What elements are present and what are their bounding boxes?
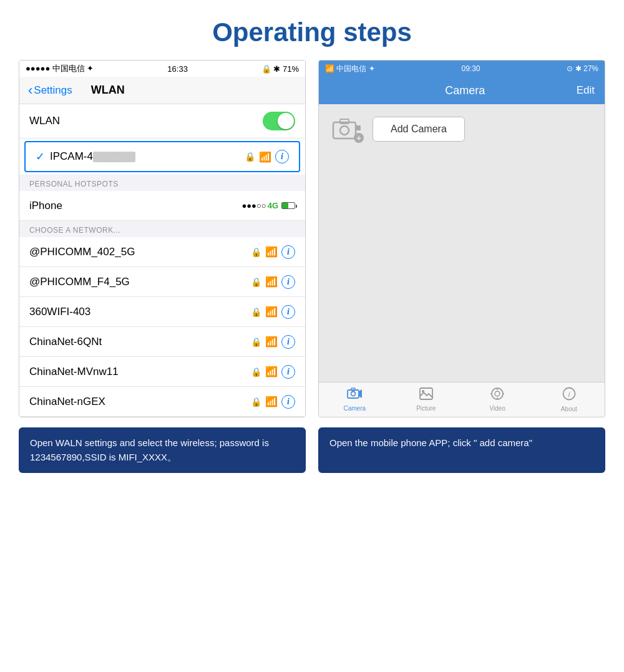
settings-list: WLAN ✓ IPCAM-4XXXXXX 🔒 📶 i PERSONAL HOTS… xyxy=(19,104,305,417)
lock-icon-4: 🔒 xyxy=(251,367,261,377)
network-name-2: 360WIFI-403 xyxy=(29,306,251,318)
info-icon[interactable]: i xyxy=(275,150,289,163)
network-icons-2: 🔒 📶 i xyxy=(251,305,295,319)
connected-network-row[interactable]: ✓ IPCAM-4XXXXXX 🔒 📶 i xyxy=(24,141,300,172)
network-icons-5: 🔒 📶 i xyxy=(251,395,295,409)
wifi-icon-4: 📶 xyxy=(265,366,278,377)
info-icon-0[interactable]: i xyxy=(281,245,295,259)
svg-point-11 xyxy=(495,391,500,396)
caption-boxes: Open WALN settings and select the wirele… xyxy=(0,417,624,473)
tab-bar: Camera Picture xyxy=(319,382,605,417)
status-bar-left: ●●●●● 中国电信 ✦ 16:33 🔒 ✱ 71% xyxy=(19,61,305,77)
checkmark-icon: ✓ xyxy=(36,150,45,163)
right-phone: 📶 中国电信 ✦ 09:30 ⊙ ✱ 27% Camera Edit + xyxy=(318,60,605,417)
tab-picture-label: Picture xyxy=(416,405,436,412)
network-icons-1: 🔒 📶 i xyxy=(251,275,295,289)
tab-video[interactable]: Video xyxy=(462,385,534,414)
add-camera-area: + Add Camera xyxy=(331,117,465,142)
connected-network-icons: 🔒 📶 i xyxy=(245,150,289,163)
lock-icon-3: 🔒 xyxy=(251,337,261,347)
choose-network-header: CHOOSE A NETWORK... xyxy=(19,221,305,237)
network-row-1[interactable]: @PHICOMM_F4_5G 🔒 📶 i xyxy=(19,267,305,297)
wlan-toggle[interactable] xyxy=(263,112,295,130)
picture-tab-icon xyxy=(419,387,433,404)
nav-bar-right: Camera Edit xyxy=(319,77,605,104)
network-name-0: @PHICOMM_402_5G xyxy=(29,246,251,258)
tab-camera[interactable]: Camera xyxy=(319,385,391,414)
nav-bar-left: ‹ Settings WLAN xyxy=(19,77,305,104)
hotspots-header: PERSONAL HOTSPOTS xyxy=(19,175,305,191)
network-name-1: @PHICOMM_F4_5G xyxy=(29,276,251,288)
camera-nav-title: Camera xyxy=(445,84,485,97)
edit-button[interactable]: Edit xyxy=(577,84,595,97)
network-row-2[interactable]: 360WIFI-403 🔒 📶 i xyxy=(19,297,305,327)
nav-title: WLAN xyxy=(91,84,125,97)
info-icon-4[interactable]: i xyxy=(281,365,295,379)
network-icons-0: 🔒 📶 i xyxy=(251,245,295,259)
wifi-icon-3: 📶 xyxy=(265,336,278,348)
lock-icon: 🔒 xyxy=(245,152,255,162)
network-name-4: ChinaNet-MVnw11 xyxy=(29,366,251,378)
svg-text:i: i xyxy=(568,389,570,399)
info-icon-5[interactable]: i xyxy=(281,395,295,409)
chevron-left-icon: ‹ xyxy=(28,82,32,99)
camera-content: + Add Camera xyxy=(319,104,605,382)
about-tab-icon: i xyxy=(562,387,576,404)
network-row-5[interactable]: ChinaNet-nGEX 🔒 📶 i xyxy=(19,387,305,417)
tab-video-label: Video xyxy=(490,405,505,412)
lock-icon-0: 🔒 xyxy=(251,247,261,257)
network-name-5: ChinaNet-nGEX xyxy=(29,396,251,408)
network-row-3[interactable]: ChinaNet-6QNt 🔒 📶 i xyxy=(19,327,305,357)
hotspot-battery xyxy=(281,202,295,209)
page-title: Operating steps xyxy=(0,0,624,60)
right-status-left: 📶 中国电信 ✦ xyxy=(325,64,375,74)
tab-about-label: About xyxy=(561,406,577,412)
wifi-icon-5: 📶 xyxy=(265,396,278,407)
svg-rect-6 xyxy=(351,388,355,391)
hotspot-row[interactable]: iPhone ●●●○○ 4G xyxy=(19,191,305,221)
status-right-icons: 🔒 ✱ 71% xyxy=(261,64,299,74)
right-caption: Open the mobile phone APP; click " add c… xyxy=(318,427,605,473)
hotspot-name: iPhone xyxy=(29,200,241,212)
wlan-row: WLAN xyxy=(19,104,305,139)
network-icons-4: 🔒 📶 i xyxy=(251,365,295,379)
connected-network-name: IPCAM-4XXXXXX xyxy=(50,150,245,163)
tab-camera-label: Camera xyxy=(343,405,366,412)
lock-icon-5: 🔒 xyxy=(251,397,261,407)
lock-icon-2: 🔒 xyxy=(251,307,261,317)
info-icon-3[interactable]: i xyxy=(281,335,295,349)
camera-placeholder-icon: + xyxy=(331,117,363,142)
camera-tab-icon xyxy=(347,387,362,404)
svg-rect-0 xyxy=(333,122,356,139)
status-bar-right: 📶 中国电信 ✦ 09:30 ⊙ ✱ 27% xyxy=(319,61,605,77)
tab-about[interactable]: i About xyxy=(534,384,605,415)
add-camera-button[interactable]: Add Camera xyxy=(373,117,465,142)
back-label[interactable]: Settings xyxy=(34,84,72,97)
status-left-text: ●●●●● 中国电信 ✦ xyxy=(26,63,94,74)
network-row-4[interactable]: ChinaNet-MVnw11 🔒 📶 i xyxy=(19,357,305,387)
plus-badge-icon: + xyxy=(354,133,364,143)
hotspot-4g-label: 4G xyxy=(268,201,278,210)
status-center-time: 16:33 xyxy=(167,64,188,74)
network-icons-3: 🔒 📶 i xyxy=(251,335,295,349)
svg-point-1 xyxy=(340,126,349,135)
right-status-center: 09:30 xyxy=(461,64,480,73)
wlan-label: WLAN xyxy=(29,115,263,127)
right-status-right: ⊙ ✱ 27% xyxy=(567,64,598,73)
network-name-3: ChinaNet-6QNt xyxy=(29,336,251,348)
info-icon-2[interactable]: i xyxy=(281,305,295,319)
left-caption: Open WALN settings and select the wirele… xyxy=(19,427,306,473)
lock-icon-1: 🔒 xyxy=(251,277,261,287)
wifi-icon-1: 📶 xyxy=(265,276,278,288)
wifi-icon-0: 📶 xyxy=(265,246,278,258)
back-button[interactable]: ‹ Settings xyxy=(28,82,72,99)
info-icon-1[interactable]: i xyxy=(281,275,295,289)
wifi-icon: 📶 xyxy=(259,151,271,163)
phones-container: ●●●●● 中国电信 ✦ 16:33 🔒 ✱ 71% ‹ Settings WL… xyxy=(0,60,624,417)
video-tab-icon xyxy=(490,387,505,404)
network-row-0[interactable]: @PHICOMM_402_5G 🔒 📶 i xyxy=(19,237,305,267)
wifi-icon-2: 📶 xyxy=(265,306,278,318)
hotspot-signal: ●●●○○ xyxy=(241,201,266,210)
left-phone: ●●●●● 中国电信 ✦ 16:33 🔒 ✱ 71% ‹ Settings WL… xyxy=(19,60,306,417)
tab-picture[interactable]: Picture xyxy=(391,385,462,414)
